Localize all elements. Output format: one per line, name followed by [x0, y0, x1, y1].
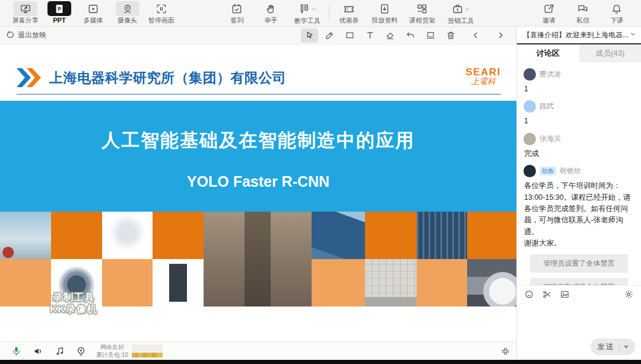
send-button[interactable]: 发送	[591, 339, 635, 355]
next-page-button[interactable]	[492, 28, 509, 43]
webcam-icon	[75, 346, 87, 357]
raise-hand-label: 举手	[264, 16, 277, 24]
eraser-tool-button[interactable]	[382, 28, 399, 43]
image-button[interactable]	[560, 289, 570, 299]
marketing-tools-label: 营销工具	[448, 17, 474, 25]
scissors-icon	[542, 289, 552, 299]
send-row: 发送	[517, 337, 641, 360]
screenshot-button[interactable]	[542, 289, 552, 299]
network-status-text: 网络良好	[96, 343, 128, 351]
microphone-icon	[11, 346, 22, 357]
coupon-label: 优惠券	[339, 16, 358, 24]
send-options-caret-icon[interactable]	[624, 346, 629, 349]
exit-presentation-icon	[6, 30, 15, 41]
course-shelf-button[interactable]: 课程货架	[404, 1, 441, 24]
previous-page-button[interactable]	[467, 28, 484, 43]
live-intro-header[interactable]: 【直播介绍】欢迎来到上海电器...	[517, 27, 641, 44]
chevron-down-icon	[311, 4, 316, 14]
marketing-tools-button[interactable]: 营销工具	[441, 1, 481, 25]
chat-settings-button[interactable]	[624, 289, 634, 299]
invite-button[interactable]: 邀请	[532, 1, 566, 24]
stage-toolbar: 退出放映	[0, 27, 516, 44]
pause-screen-icon	[150, 1, 173, 16]
system-message: 管理员设置了全体禁言	[530, 254, 628, 273]
sign-in-label: 签到	[230, 16, 243, 24]
music-note-icon	[55, 346, 65, 356]
ppt-button[interactable]: P PPT	[42, 1, 76, 24]
avatar	[523, 165, 536, 177]
chevron-down-icon	[630, 31, 636, 39]
gear-icon	[624, 289, 634, 299]
coupon-button[interactable]: 优惠券	[332, 1, 366, 24]
collapse-view-button[interactable]	[500, 346, 510, 356]
chevron-left-icon	[471, 31, 480, 40]
top-toolbar: 屏幕分享 P PPT 多媒体 摄像头 暂停画面	[0, 0, 641, 27]
screen-share-button[interactable]: 屏幕分享	[8, 1, 42, 24]
sender-name: 张海滨	[540, 134, 561, 144]
invite-icon	[537, 1, 561, 16]
toolbar-divider	[329, 5, 329, 21]
webcam-button[interactable]	[75, 346, 87, 357]
photo-wind-turbine	[0, 212, 51, 259]
materials-button[interactable]: 投放资料	[366, 1, 404, 24]
tab-members-label: 成员(43)	[595, 48, 624, 59]
company-name: 上海电器科学研究所（集团）有限公司	[49, 69, 287, 87]
raise-hand-button[interactable]: 举手	[254, 1, 288, 24]
system-message: 管理员取消了全体禁言	[530, 278, 628, 285]
sender-name: 祝铁欣	[560, 166, 581, 176]
message-text: 各位学员，下午培训时间为：13:00-15:30。课程已经开始，请各位学员完成签…	[524, 180, 634, 249]
network-sparkline	[132, 344, 163, 357]
orange-tile	[153, 212, 204, 259]
photo-robot	[102, 212, 153, 259]
watermark-line2: KK录像机	[50, 304, 98, 315]
speaker-button[interactable]	[33, 346, 44, 357]
smiley-icon	[524, 289, 534, 299]
image-icon	[560, 289, 570, 299]
photo-anechoic-chamber	[365, 259, 417, 306]
select-tool-button[interactable]	[301, 28, 318, 43]
text-tool-button[interactable]	[361, 28, 379, 43]
delete-annotation-button[interactable]	[442, 28, 459, 43]
photo-car	[467, 259, 516, 306]
message-input[interactable]	[517, 303, 641, 337]
sender-name: 陈武	[540, 101, 554, 111]
pen-icon	[325, 30, 335, 40]
exit-presentation-label: 退出放映	[18, 30, 46, 40]
undo-button[interactable]	[402, 28, 419, 43]
packet-loss-text: 累计丢包:10	[96, 351, 128, 359]
rectangle-tool-button[interactable]	[341, 28, 358, 43]
pause-screen-button[interactable]: 暂停画面	[144, 1, 178, 24]
materials-icon	[373, 1, 396, 16]
watermark-line1: 录制工具	[50, 292, 98, 304]
direct-message-button[interactable]: 私信	[566, 1, 599, 24]
multimedia-label: 多媒体	[84, 16, 103, 24]
direct-message-icon	[571, 1, 595, 16]
message-text: 完成	[524, 148, 634, 159]
seari-logo: SEARI 上電科	[466, 67, 501, 89]
orange-tile	[51, 212, 102, 259]
multimedia-button[interactable]: 多媒体	[77, 1, 110, 24]
teaching-tools-button[interactable]: 教学工具	[288, 1, 326, 25]
slide-title-banner: 人工智能基础及在智能制造中的应用 YOLO Faster R-CNN	[0, 101, 516, 212]
speaker-icon	[33, 346, 44, 357]
multimedia-icon	[81, 1, 105, 16]
sign-in-button[interactable]: 签到	[220, 1, 253, 24]
camera-button[interactable]: 摄像头	[110, 1, 144, 24]
emoji-button[interactable]	[524, 289, 534, 299]
tab-members[interactable]: 成员(43)	[579, 44, 641, 62]
chevron-right-icon	[496, 31, 505, 40]
cursor-icon	[304, 30, 315, 40]
pen-tool-button[interactable]	[321, 28, 338, 43]
clear-board-button[interactable]	[422, 28, 439, 43]
tab-discussion[interactable]: 讨论区	[517, 44, 579, 62]
end-class-button[interactable]: 下课	[600, 1, 634, 24]
course-shelf-label: 课程货架	[409, 16, 435, 24]
background-music-button[interactable]	[55, 346, 65, 356]
chat-panel: 【直播介绍】欢迎来到上海电器... 讨论区 成员(43) 费洪涛 1	[516, 27, 641, 360]
course-shelf-icon	[410, 1, 434, 16]
microphone-button[interactable]	[11, 346, 22, 357]
exit-presentation-button[interactable]: 退出放映	[6, 30, 46, 41]
ppt-label: PPT	[53, 16, 65, 24]
orange-tile	[417, 259, 467, 306]
end-class-label: 下课	[610, 16, 623, 24]
